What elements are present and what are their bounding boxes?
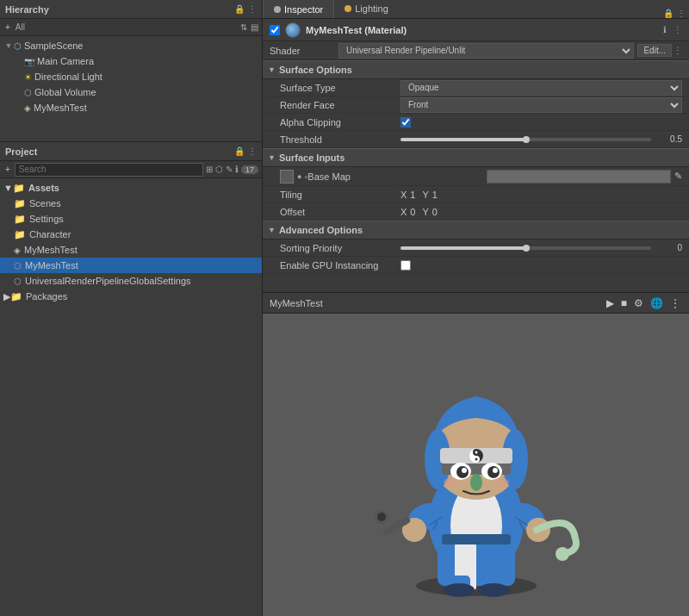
- shader-label: Shader: [270, 46, 338, 56]
- offset-y-field: Y 0: [422, 207, 437, 217]
- render-face-row: Render Face Front: [263, 96, 689, 114]
- section-surface-inputs[interactable]: ▼ Surface Inputs: [263, 148, 689, 167]
- render-face-select[interactable]: Front: [400, 97, 682, 113]
- preview-canvas: [263, 314, 689, 616]
- hierarchy-menu-icon[interactable]: ⋮: [248, 4, 257, 14]
- preview-title: MyMeshTest: [270, 298, 605, 308]
- sorting-slider-track[interactable]: [400, 246, 651, 250]
- tail-end: [556, 547, 569, 561]
- shader-select[interactable]: Universal Render Pipeline/Unlit: [338, 43, 634, 59]
- alpha-clipping-label: Alpha Clipping: [280, 117, 400, 128]
- hierarchy-header-icons: 🔒 ⋮: [234, 4, 257, 14]
- project-item-scenes[interactable]: 📁 Scenes: [0, 196, 262, 211]
- alpha-clipping-value: [400, 117, 682, 128]
- threshold-row: Threshold 0.5: [263, 131, 689, 148]
- tab-inspector[interactable]: Inspector: [263, 0, 334, 18]
- maincamera-label: Main Camera: [37, 56, 94, 66]
- belt: [442, 534, 511, 544]
- threshold-slider-track[interactable]: [400, 138, 651, 141]
- surface-inputs-arrow: ▼: [268, 153, 276, 162]
- hierarchy-item-samplescene[interactable]: ▼ ⬡ SampleScene: [0, 38, 262, 53]
- project-item-packages[interactable]: ▶ 📁 Packages: [0, 289, 262, 304]
- offset-y-val[interactable]: 0: [432, 207, 438, 217]
- section-advanced-options[interactable]: ▼ Advanced Options: [263, 221, 689, 240]
- hierarchy-sort-icon[interactable]: ⇅: [240, 22, 247, 32]
- shader-edit-btn[interactable]: Edit...: [637, 44, 672, 57]
- material-icon: [285, 22, 301, 38]
- project-item-meshasset2[interactable]: ⬡ MyMeshTest: [0, 258, 262, 273]
- ninja-character-svg: [356, 332, 597, 599]
- shader-menu-icon[interactable]: ⋮: [673, 46, 682, 55]
- hierarchy-content: ▼ ⬡ SampleScene 📷 Main Camera ☀ Directio…: [0, 36, 262, 141]
- threshold-value: 0.5: [400, 134, 682, 144]
- offset-x-val[interactable]: 0: [410, 207, 415, 217]
- alpha-clipping-checkbox[interactable]: [400, 117, 411, 128]
- preview-menu-btn[interactable]: ⋮: [668, 297, 682, 309]
- hierarchy-add-btn[interactable]: +: [3, 22, 12, 33]
- project-add-btn[interactable]: +: [3, 165, 12, 175]
- lighting-tab-dot: [344, 5, 351, 12]
- threshold-slider-thumb[interactable]: [523, 136, 530, 143]
- gpu-instancing-checkbox[interactable]: [400, 260, 411, 271]
- sorting-priority-row: Sorting Priority 0: [263, 240, 689, 257]
- inspector-menu-icon[interactable]: ⋮: [677, 9, 686, 18]
- preview-extra-btn[interactable]: 🌐: [649, 297, 665, 309]
- surface-type-select[interactable]: Opaque: [400, 80, 682, 96]
- basemap-input-field[interactable]: [487, 170, 671, 184]
- sorting-priority-value: 0: [400, 243, 682, 252]
- tiling-label: Tiling: [280, 190, 400, 200]
- material-file-icon: ⬡: [14, 261, 22, 271]
- project-icon-1[interactable]: ⊞: [206, 165, 213, 174]
- preview-play-btn[interactable]: ▶: [605, 297, 616, 309]
- project-icon-4[interactable]: ℹ: [235, 165, 239, 174]
- hierarchy-item-mymeshtest[interactable]: ◈ MyMeshTest: [0, 100, 262, 115]
- basemap-thumb[interactable]: [280, 170, 294, 184]
- nose-mark: [470, 474, 482, 491]
- urp-file-icon: ⬡: [14, 277, 22, 286]
- tiling-y-val[interactable]: 1: [432, 190, 438, 200]
- section-surface-options[interactable]: ▼ Surface Options: [263, 60, 689, 79]
- inspector-body: ▼ Surface Options Surface Type Opaque Re…: [263, 60, 689, 292]
- inspector-tab-dot: [274, 6, 281, 13]
- tiling-y-key: Y: [422, 190, 428, 200]
- hierarchy-filter-icon[interactable]: ▤: [251, 22, 258, 32]
- hierarchy-title: Hierarchy: [5, 4, 49, 15]
- hierarchy-item-globalvolume[interactable]: ⬡ Global Volume: [0, 84, 262, 100]
- project-item-settings[interactable]: 📁 Settings: [0, 211, 262, 227]
- surface-options-arrow: ▼: [268, 65, 276, 74]
- hierarchy-all-label: All: [16, 22, 25, 32]
- threshold-slider-value: 0.5: [656, 134, 682, 144]
- project-item-assets[interactable]: ▼ 📁 Assets: [0, 180, 262, 196]
- project-item-urpsettings[interactable]: ⬡ UniversalRenderPipelineGlobalSettings: [0, 273, 262, 289]
- project-item-character[interactable]: 📁 Character: [0, 227, 262, 242]
- preview-stop-btn[interactable]: ■: [619, 297, 629, 309]
- project-search-input[interactable]: [15, 163, 203, 177]
- project-title: Project: [5, 146, 37, 157]
- yinyang-dot1: [475, 451, 477, 453]
- tab-lighting[interactable]: Lighting: [334, 0, 399, 18]
- preview-settings-btn[interactable]: ⚙: [632, 297, 645, 309]
- inspector-info-icon[interactable]: ℹ: [663, 25, 667, 34]
- urpsettings-label: UniversalRenderPipelineGlobalSettings: [25, 276, 191, 286]
- dirlight-label: Directional Light: [34, 72, 102, 82]
- meshasset2-label: MyMeshTest: [25, 260, 78, 271]
- offset-y-key: Y: [422, 207, 428, 217]
- hierarchy-item-maincamera[interactable]: 📷 Main Camera: [0, 53, 262, 69]
- project-menu-icon[interactable]: ⋮: [248, 146, 257, 156]
- mymeshtest-label: MyMeshTest: [34, 103, 87, 113]
- scenes-label: Scenes: [29, 198, 61, 208]
- hierarchy-item-dirlight[interactable]: ☀ Directional Light: [0, 69, 262, 84]
- advanced-options-arrow: ▼: [268, 226, 276, 234]
- project-item-meshasset1[interactable]: ◈ MyMeshTest: [0, 242, 262, 258]
- inspector-lock-icon[interactable]: 🔒: [663, 9, 673, 18]
- tiling-x-val[interactable]: 1: [410, 190, 415, 200]
- material-enabled-checkbox[interactable]: [270, 25, 280, 35]
- camera-icon: 📷: [24, 57, 34, 66]
- scene-icon: ⬡: [14, 41, 22, 51]
- project-icon-3[interactable]: ✎: [226, 165, 233, 174]
- scene-label: SampleScene: [24, 40, 84, 51]
- basemap-edit-icon[interactable]: ✎: [674, 171, 682, 182]
- project-icon-2[interactable]: ⬡: [215, 165, 223, 174]
- sorting-slider-thumb[interactable]: [523, 245, 530, 252]
- inspector-more-icon[interactable]: ⋮: [673, 25, 682, 34]
